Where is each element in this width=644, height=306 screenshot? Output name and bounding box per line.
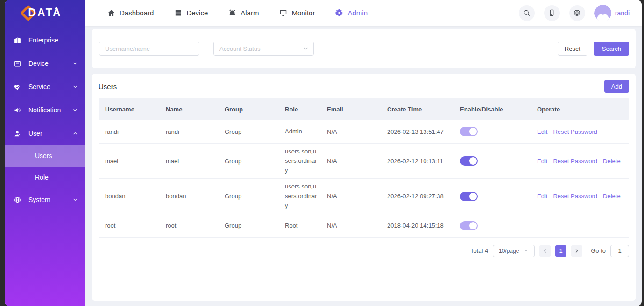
users-table-header: UsernameNameGroupRoleEmailCreate TimeEna… [99, 98, 629, 120]
sidebar-item-label: User [28, 130, 72, 137]
cell-name: mael [159, 158, 218, 165]
sidebar-subitem-users[interactable]: Users [5, 145, 85, 167]
tab-label: Dashboard [120, 9, 154, 17]
enable-toggle[interactable] [460, 127, 478, 136]
enable-toggle[interactable] [460, 221, 478, 230]
panel-title: Users [99, 83, 117, 90]
goto-page-input[interactable] [610, 245, 629, 257]
cell-name: randi [159, 128, 218, 135]
phone-icon [548, 9, 556, 17]
column-header-role: Role [278, 106, 320, 113]
cell-email: N/A [320, 158, 381, 165]
column-header-enable-disable: Enable/Disable [453, 106, 531, 113]
avatar [594, 5, 611, 21]
toggle-knob [469, 222, 477, 230]
sidebar-item-label: Service [28, 83, 72, 90]
cell-group: Group [218, 158, 278, 165]
cell-create-time: 2026-02-13 13:51:47 [381, 128, 453, 135]
cell-enable-disable [453, 127, 531, 136]
top-navigation: DashboardDeviceAlarmMonitorAdmin randi [85, 0, 642, 26]
app-logo[interactable]: DATA [5, 0, 85, 26]
page-size-select[interactable]: 10/page [493, 245, 535, 257]
delete-link[interactable]: Delete [603, 193, 621, 200]
server-icon [174, 9, 182, 17]
reset-password-link[interactable]: Reset Password [553, 193, 597, 200]
cell-username: root [99, 222, 159, 229]
main-area: DashboardDeviceAlarmMonitorAdmin randi [85, 0, 642, 306]
gear-icon [335, 9, 343, 17]
tab-admin[interactable]: Admin [335, 0, 368, 26]
pagination: Total 4 10/page 1 Go to [99, 245, 629, 257]
table-row-bondan: bondanbondanGroupusers.son,users.ordinar… [99, 179, 629, 214]
sidebar-item-system[interactable]: System [5, 188, 85, 211]
tab-label: Alarm [241, 9, 259, 17]
search-button[interactable]: Search [594, 42, 629, 56]
search-button[interactable] [519, 5, 535, 21]
tab-monitor[interactable]: Monitor [279, 0, 315, 26]
nav-username: randi [615, 9, 630, 17]
globe-button[interactable] [569, 5, 585, 21]
account-status-select[interactable]: Account Status [213, 42, 314, 56]
service-icon [14, 83, 21, 91]
reset-password-link[interactable]: Reset Password [553, 158, 597, 165]
cell-role: Root [278, 221, 320, 230]
logo-text: DATA [28, 7, 62, 19]
edit-link[interactable]: Edit [537, 193, 547, 200]
username-filter-input[interactable] [99, 42, 199, 56]
reset-password-link[interactable]: Reset Password [553, 128, 597, 135]
home-icon [107, 9, 115, 17]
cell-operate: EditReset PasswordDelete [531, 193, 629, 200]
sidebar-item-enterprise[interactable]: Enterprise [5, 28, 85, 52]
phone-button[interactable] [544, 5, 560, 21]
pagination-total: Total 4 [470, 247, 488, 254]
edit-link[interactable]: Edit [537, 158, 547, 165]
current-page-button[interactable]: 1 [555, 245, 566, 257]
users-table-body: randirandiGroupAdminN/A2026-02-13 13:51:… [99, 120, 629, 238]
notification-icon [14, 106, 21, 114]
chevron-right-icon [574, 248, 580, 254]
chevron-left-icon [542, 248, 548, 254]
sidebar-item-device[interactable]: Device [5, 52, 85, 75]
column-header-username: Username [99, 106, 159, 113]
cell-operate: EditReset PasswordDelete [531, 158, 629, 165]
tab-alarm[interactable]: Alarm [228, 0, 259, 26]
column-header-name: Name [159, 106, 218, 113]
cell-operate: EditReset Password [531, 128, 629, 135]
tab-label: Admin [347, 9, 368, 17]
cell-email: N/A [320, 193, 381, 200]
monitor-icon [279, 9, 287, 17]
nav-actions: randi [519, 5, 630, 21]
tab-dashboard[interactable]: Dashboard [107, 0, 154, 26]
cell-name: root [159, 222, 218, 229]
cell-create-time: 2018-04-20 14:15:18 [381, 222, 453, 229]
cell-role: users.son,users.ordinary [278, 182, 320, 210]
cell-email: N/A [320, 222, 381, 229]
toggle-knob [469, 128, 477, 135]
delete-link[interactable]: Delete [603, 158, 621, 165]
cell-group: Group [218, 222, 278, 229]
reset-button[interactable]: Reset [558, 42, 587, 56]
prev-page-button[interactable] [539, 245, 551, 257]
user-menu[interactable]: randi [594, 5, 630, 21]
sidebar-menu: EnterpriseDeviceServiceNotificationUserU… [5, 26, 85, 211]
edit-link[interactable]: Edit [537, 128, 547, 135]
enable-toggle[interactable] [460, 192, 478, 201]
sidebar-item-user[interactable]: User [5, 122, 85, 145]
sidebar-item-service[interactable]: Service [5, 75, 85, 98]
cell-group: Group [218, 128, 278, 135]
sidebar-item-notification[interactable]: Notification [5, 98, 85, 122]
add-user-button[interactable]: Add [604, 80, 629, 93]
tab-device[interactable]: Device [174, 0, 208, 26]
next-page-button[interactable] [571, 245, 582, 257]
sidebar-item-label: System [28, 196, 72, 203]
sidebar-subitem-role[interactable]: Role [5, 167, 85, 188]
users-panel: Users Add UsernameNameGroupRoleEmailCrea… [92, 74, 636, 301]
table-row-root: rootrootGroupRootN/A2018-04-20 14:15:18 [99, 214, 629, 238]
cell-group: Group [218, 193, 278, 200]
account-status-placeholder: Account Status [219, 45, 260, 52]
column-header-group: Group [218, 106, 278, 113]
sidebar-subitem-label: Users [35, 152, 52, 160]
enable-toggle[interactable] [460, 156, 478, 166]
chevron-down-icon [72, 197, 78, 202]
tab-label: Device [186, 9, 208, 17]
